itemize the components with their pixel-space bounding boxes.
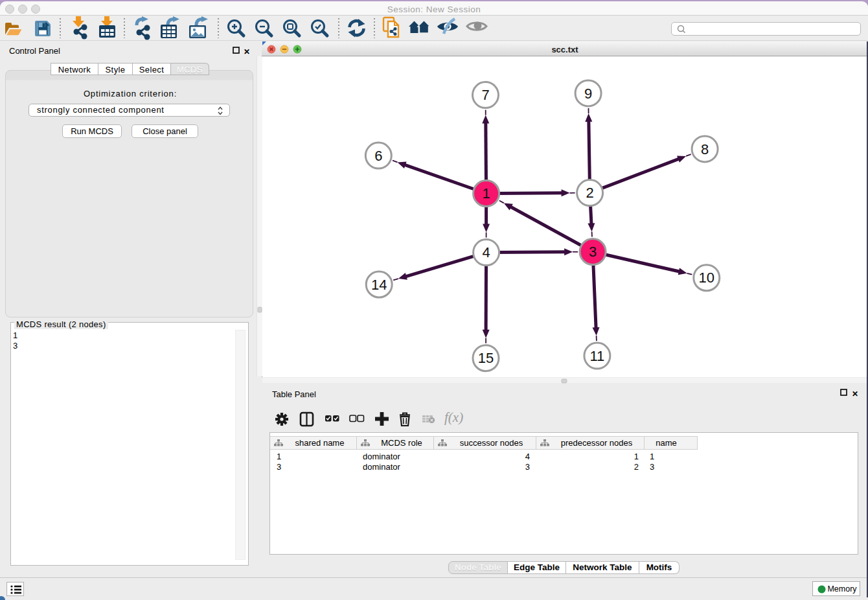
svg-text:3: 3	[589, 244, 597, 260]
svg-text:6: 6	[374, 148, 382, 164]
svg-text:14: 14	[371, 277, 387, 293]
svg-text:7: 7	[481, 87, 489, 103]
svg-text:10: 10	[699, 270, 714, 286]
svg-text:1: 1	[482, 185, 490, 202]
svg-text:11: 11	[589, 348, 604, 364]
svg-text:15: 15	[478, 350, 494, 366]
svg-text:8: 8	[701, 141, 709, 157]
svg-text:4: 4	[482, 244, 490, 260]
svg-text:9: 9	[584, 86, 592, 102]
svg-text:2: 2	[586, 185, 593, 201]
